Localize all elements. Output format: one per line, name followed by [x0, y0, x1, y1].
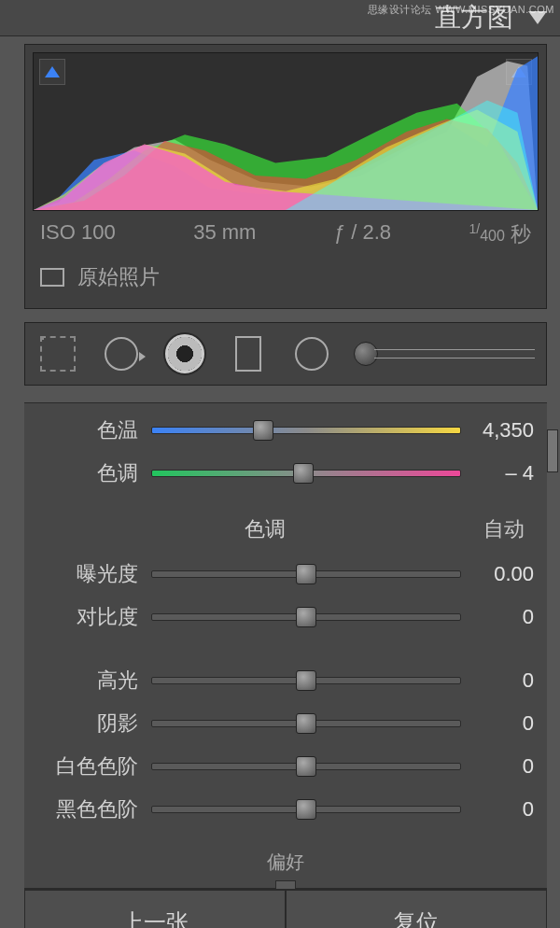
tint-thumb[interactable]	[293, 463, 314, 484]
temp-slider-row: 色温 4,350	[24, 413, 547, 448]
contrast-value[interactable]: 0	[465, 605, 534, 629]
tint-value[interactable]: – 4	[465, 461, 534, 485]
whites-row: 白色色阶 0	[24, 749, 547, 784]
exif-shutter: 1/400 秒	[469, 220, 531, 248]
original-label: 原始照片	[77, 263, 160, 291]
brush-track-icon	[374, 349, 535, 359]
highlights-slider[interactable]	[151, 677, 461, 684]
shadows-label: 阴影	[37, 710, 147, 738]
highlights-row: 高光 0	[24, 663, 547, 698]
previous-button[interactable]: 上一张	[24, 890, 286, 928]
radial-filter-tool[interactable]	[290, 332, 333, 375]
crop-tool[interactable]	[36, 332, 79, 375]
blacks-label: 黑色色阶	[37, 795, 147, 823]
reset-button[interactable]: 复位	[286, 890, 547, 928]
exposure-slider[interactable]	[151, 570, 461, 578]
spot-removal-tool[interactable]	[100, 332, 143, 375]
exif-aperture: ƒ / 2.8	[334, 220, 391, 248]
adjustment-brush-tool[interactable]	[354, 342, 535, 366]
whites-label: 白色色阶	[37, 752, 147, 780]
tint-slider-row: 色调 – 4	[24, 456, 547, 491]
highlights-value[interactable]: 0	[465, 668, 534, 693]
exposure-label: 曝光度	[37, 560, 147, 588]
nav-grip-icon[interactable]	[275, 880, 296, 890]
tone-section-label: 色调	[47, 515, 483, 543]
shadows-thumb[interactable]	[296, 713, 316, 734]
contrast-label: 对比度	[37, 603, 147, 631]
tint-slider[interactable]	[151, 470, 461, 477]
histogram-chart[interactable]	[33, 52, 539, 211]
auto-tone-button[interactable]: 自动	[483, 515, 525, 543]
temp-value[interactable]: 4,350	[465, 418, 534, 443]
shadows-row: 阴影 0	[24, 706, 547, 741]
histogram-svg	[34, 53, 538, 210]
temp-thumb[interactable]	[253, 420, 273, 441]
presence-section-label: 偏好	[24, 835, 547, 879]
histogram-panel: ISO 100 35 mm ƒ / 2.8 1/400 秒 原始照片	[24, 44, 547, 309]
whites-thumb[interactable]	[296, 756, 316, 777]
contrast-row: 对比度 0	[24, 599, 547, 635]
blacks-value[interactable]: 0	[465, 797, 534, 822]
original-icon	[40, 268, 64, 287]
temp-label: 色温	[37, 416, 147, 444]
blacks-thumb[interactable]	[296, 799, 316, 820]
watermark-text: 思缘设计论坛 WWW.MISSYUAN.COM	[368, 3, 554, 17]
scrollbar-thumb[interactable]	[547, 429, 558, 472]
exif-row: ISO 100 35 mm ƒ / 2.8 1/400 秒	[33, 211, 539, 252]
nav-row: 上一张 复位	[24, 888, 547, 928]
highlights-thumb[interactable]	[296, 670, 316, 691]
exposure-value[interactable]: 0.00	[465, 562, 534, 586]
blacks-row: 黑色色阶 0	[24, 792, 547, 827]
tint-label: 色调	[37, 459, 147, 487]
original-photo-row[interactable]: 原始照片	[33, 252, 539, 301]
blacks-slider[interactable]	[151, 806, 461, 813]
exposure-thumb[interactable]	[296, 564, 316, 584]
graduated-filter-tool[interactable]	[227, 332, 270, 375]
whites-slider[interactable]	[151, 763, 461, 770]
exposure-row: 曝光度 0.00	[24, 556, 547, 592]
shadows-slider[interactable]	[151, 720, 461, 727]
redeye-tool[interactable]	[163, 332, 206, 375]
highlights-label: 高光	[37, 667, 147, 695]
basic-panel: 色温 4,350 色调 – 4 色调 自动 曝光度 0.00 对比度 0	[24, 402, 547, 888]
shadows-value[interactable]: 0	[465, 711, 534, 736]
contrast-thumb[interactable]	[296, 607, 316, 627]
tool-strip	[24, 322, 547, 386]
exif-focal: 35 mm	[193, 220, 256, 248]
whites-value[interactable]: 0	[465, 754, 534, 779]
tone-header: 色调 自动	[24, 499, 547, 549]
temp-slider[interactable]	[151, 427, 461, 434]
exif-iso: ISO 100	[40, 220, 116, 248]
contrast-slider[interactable]	[151, 613, 461, 621]
